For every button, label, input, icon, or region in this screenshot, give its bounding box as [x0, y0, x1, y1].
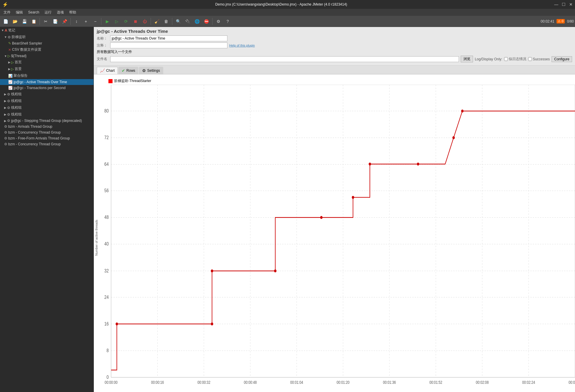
errors-checkbox-label[interactable]: 似日志情况: [504, 57, 526, 62]
separator: [70, 18, 71, 25]
successes-checkbox-label[interactable]: Successes: [528, 57, 550, 61]
expand-icon[interactable]: ▶: [8, 61, 11, 64]
remote-stop-btn[interactable]: ⛔: [202, 17, 211, 26]
sidebar-item-bzm-concurrency1[interactable]: ⚙ bzm - Concurrency Thread Group: [0, 129, 93, 135]
maximize-button[interactable]: ☐: [562, 2, 566, 7]
sidebar-item-threadgroup1[interactable]: ▶ ⚙ 线程组: [0, 91, 93, 98]
expand-icon[interactable]: ▼: [4, 35, 7, 39]
remove-button[interactable]: −: [91, 17, 100, 26]
options-btn[interactable]: ⚙: [214, 17, 223, 26]
name-input[interactable]: [110, 35, 227, 41]
close-button[interactable]: ✕: [569, 2, 573, 7]
sidebar-item-threadgroup2[interactable]: ▶ ⚙ 线程组: [0, 98, 93, 104]
start-no-pause-button[interactable]: ▷: [112, 17, 121, 26]
name-label: 名称：: [97, 36, 108, 41]
data-point: [417, 163, 419, 166]
sidebar-item-bzm-concurrency2[interactable]: ⚙ bzm - Concurrency Thread Group: [0, 141, 93, 147]
start-button[interactable]: ▶: [103, 17, 112, 26]
paste-button[interactable]: 📌: [60, 17, 69, 26]
file-input[interactable]: [110, 56, 459, 62]
sidebar-item-home[interactable]: ▶ ▷ 首页: [0, 59, 93, 66]
tab-rows[interactable]: ✔ Rows: [118, 67, 138, 74]
errors-checkbox[interactable]: [504, 57, 508, 61]
help-link[interactable]: Help of this plugin: [229, 44, 255, 47]
comment-input[interactable]: [110, 42, 227, 48]
sidebar-item-beanshell[interactable]: ✎ BeanShell Sampler: [0, 40, 93, 46]
sidebar-item-threadgroup4[interactable]: ▶ ⚙ 线程组: [0, 111, 93, 118]
successes-checkbox[interactable]: [528, 57, 532, 61]
sidebar-item-jadejianting[interactable]: ▼ ⚙ 阶梯监听: [0, 34, 93, 40]
sidebar-item-bzm-freeform[interactable]: ⚙ bzm - Free-Form Arrivals Thread Group: [0, 135, 93, 141]
sidebar-item-threadgroup3[interactable]: ▶ ⚙ 线程组: [0, 104, 93, 111]
expand-icon[interactable]: ▶: [4, 93, 6, 96]
expand-icon[interactable]: ▶: [8, 67, 11, 71]
bzm-icon3: ⚙: [4, 136, 7, 140]
cut-button[interactable]: ✂: [41, 17, 50, 26]
save-as-button[interactable]: 📋: [29, 17, 38, 26]
clear-all-button[interactable]: 🗑: [162, 17, 171, 26]
bzm-icon2: ⚙: [4, 130, 7, 134]
sidebar-item-stepping-tg[interactable]: ▶ ⚙ jp@gc - Stepping Thread Group (depre…: [0, 118, 93, 124]
remote-start-btn[interactable]: 🌐: [193, 17, 201, 26]
warning-badge: ⚠ 0: [557, 19, 564, 23]
file-label: 文件名: [97, 57, 108, 62]
tab-settings[interactable]: ⚙ Settings: [139, 67, 163, 74]
configure-button[interactable]: Configure: [552, 56, 572, 62]
sidebar-item-label: jp@gc - Active Threads Over Time: [13, 80, 67, 84]
tab-chart[interactable]: 📈 Chart: [97, 67, 118, 74]
search-btn[interactable]: 🔍: [174, 17, 183, 26]
help-btn[interactable]: ?: [223, 17, 232, 26]
expand-icon[interactable]: ▼: [4, 54, 7, 58]
shutdown-button[interactable]: ⏻: [140, 17, 149, 26]
sidebar-item-scene[interactable]: ▶ ▷ 首景: [0, 66, 93, 72]
sidebar-item-notes[interactable]: ▼ A 笔记: [0, 27, 93, 34]
menu-file[interactable]: 文件: [1, 9, 13, 16]
sidebar-item-csv[interactable]: ✕ CSV 数据文件设置: [0, 46, 93, 53]
sidebar-item-active-threads[interactable]: 📈 jp@gc - Active Threads Over Time: [0, 79, 93, 85]
expand-icon[interactable]: ▶: [4, 106, 6, 109]
sidebar-item-label: bzm - Concurrency Thread Group: [8, 130, 61, 134]
expand-icon[interactable]: ▶: [4, 119, 6, 122]
add-button[interactable]: +: [81, 17, 90, 26]
menu-search[interactable]: Search: [26, 10, 42, 15]
bzm-icon4: ⚙: [4, 142, 7, 146]
save-button[interactable]: 💾: [20, 17, 29, 26]
menu-options[interactable]: 选项: [55, 9, 66, 16]
window-controls[interactable]: — ☐ ✕: [554, 2, 573, 7]
sidebar-item-aggregate[interactable]: 📊 聚合报告: [0, 72, 93, 79]
plugin-btn[interactable]: 🔌: [183, 17, 192, 26]
menu-run[interactable]: 运行: [42, 9, 54, 16]
stop-button[interactable]: ⏹: [131, 17, 140, 26]
svg-text:00:01:52: 00:01:52: [429, 380, 442, 385]
csv-icon: ✕: [8, 48, 11, 52]
expand-icon[interactable]: ▶: [4, 99, 6, 103]
settings-tab-label: Settings: [147, 69, 160, 73]
svg-text:16: 16: [104, 321, 109, 326]
expand-icon[interactable]: ▼: [1, 29, 4, 32]
sidebar-item-label: 线程组: [11, 105, 22, 110]
expand-button[interactable]: ↕: [72, 17, 81, 26]
main-layout: ▼ A 笔记 ▼ ⚙ 阶梯监听 ✎ BeanShell Sampler ✕ CS…: [0, 27, 575, 392]
home-icon: ▷: [11, 60, 14, 64]
log-display-label: Log/Display Only:: [475, 57, 502, 61]
data-point: [211, 323, 213, 325]
menu-help[interactable]: 帮助: [67, 9, 79, 16]
svg-text:00:01:20: 00:01:20: [337, 380, 350, 385]
sidebar-item-label: jp@gc - Transactions per Second: [13, 86, 66, 90]
clear-button[interactable]: 🧹: [152, 17, 161, 26]
new-button[interactable]: 📄: [1, 17, 10, 26]
content-panel: jp@gc - Active Threads Over Time 名称： 注释：…: [94, 27, 575, 392]
sidebar-item-tps[interactable]: 📈 jp@gc - Transactions per Second: [0, 85, 93, 91]
svg-text:0: 0: [106, 375, 108, 380]
open-button[interactable]: 📂: [11, 17, 19, 26]
minimize-button[interactable]: —: [554, 2, 558, 7]
start-loop-button[interactable]: ⟳: [122, 17, 130, 26]
tg-icon3: ⚙: [7, 106, 10, 110]
copy-button[interactable]: 📑: [51, 17, 59, 26]
expand-icon[interactable]: ▶: [4, 113, 6, 116]
sidebar-item-thread[interactable]: ▼ ▷ ${Thread}: [0, 53, 93, 59]
sidebar-item-bzm-arrivals[interactable]: ⚙ bzm - Arrivals Thread Group: [0, 124, 93, 129]
browse-button[interactable]: 浏览: [461, 56, 473, 62]
tg-icon5: ⚙: [7, 119, 10, 123]
menu-edit[interactable]: 编辑: [13, 9, 25, 16]
